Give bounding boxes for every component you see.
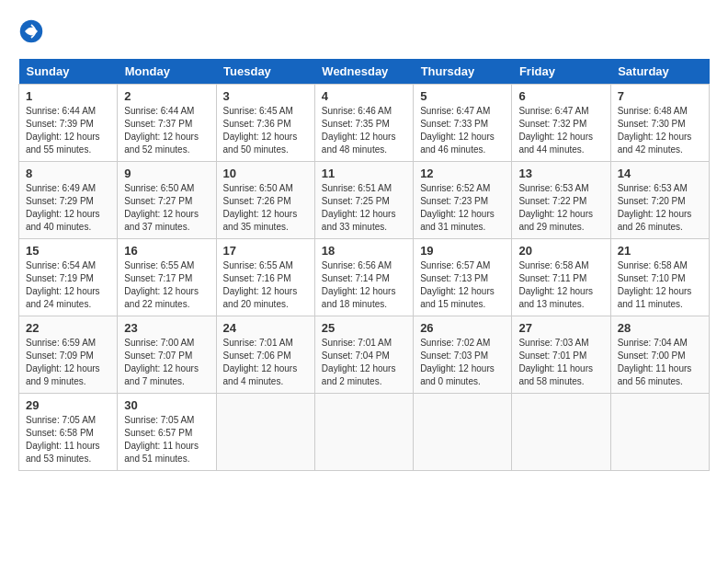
day-cell: 8 Sunrise: 6:49 AMSunset: 7:29 PMDayligh… xyxy=(19,162,118,239)
day-info: Sunrise: 7:00 AMSunset: 7:07 PMDaylight:… xyxy=(124,337,209,388)
day-cell: 16 Sunrise: 6:55 AMSunset: 7:17 PMDaylig… xyxy=(118,239,216,316)
day-cell xyxy=(610,394,709,471)
day-cell: 12 Sunrise: 6:52 AMSunset: 7:23 PMDaylig… xyxy=(414,162,512,239)
day-info: Sunrise: 7:04 AMSunset: 7:00 PMDaylight:… xyxy=(618,337,702,388)
day-cell: 14 Sunrise: 6:53 AMSunset: 7:20 PMDaylig… xyxy=(610,162,709,239)
day-info: Sunrise: 6:45 AMSunset: 7:36 PMDaylight:… xyxy=(223,105,308,156)
day-cell: 13 Sunrise: 6:53 AMSunset: 7:22 PMDaylig… xyxy=(512,162,610,239)
col-header-tuesday: Tuesday xyxy=(216,59,314,85)
day-cell: 28 Sunrise: 7:04 AMSunset: 7:00 PMDaylig… xyxy=(610,316,709,394)
day-number: 23 xyxy=(124,321,209,335)
day-info: Sunrise: 6:53 AMSunset: 7:22 PMDaylight:… xyxy=(518,182,603,234)
day-number: 26 xyxy=(420,321,505,335)
day-info: Sunrise: 7:03 AMSunset: 7:01 PMDaylight:… xyxy=(518,337,603,388)
day-number: 20 xyxy=(518,244,603,258)
day-number: 2 xyxy=(124,89,209,103)
day-cell: 5 Sunrise: 6:47 AMSunset: 7:33 PMDayligh… xyxy=(414,85,512,162)
day-cell: 27 Sunrise: 7:03 AMSunset: 7:01 PMDaylig… xyxy=(512,316,610,394)
day-cell: 15 Sunrise: 6:54 AMSunset: 7:19 PMDaylig… xyxy=(19,239,118,316)
day-cell: 21 Sunrise: 6:58 AMSunset: 7:10 PMDaylig… xyxy=(610,239,709,316)
day-info: Sunrise: 7:05 AMSunset: 6:58 PMDaylight:… xyxy=(26,414,110,465)
day-cell: 30 Sunrise: 7:05 AMSunset: 6:57 PMDaylig… xyxy=(118,394,216,471)
day-number: 1 xyxy=(26,89,110,103)
day-cell: 7 Sunrise: 6:48 AMSunset: 7:30 PMDayligh… xyxy=(610,85,709,162)
week-row-2: 8 Sunrise: 6:49 AMSunset: 7:29 PMDayligh… xyxy=(19,162,710,239)
day-info: Sunrise: 6:55 AMSunset: 7:17 PMDaylight:… xyxy=(124,259,209,311)
day-number: 13 xyxy=(518,167,603,180)
header-row: SundayMondayTuesdayWednesdayThursdayFrid… xyxy=(19,59,710,85)
col-header-sunday: Sunday xyxy=(19,59,118,85)
col-header-saturday: Saturday xyxy=(610,59,709,85)
day-info: Sunrise: 7:01 AMSunset: 7:06 PMDaylight:… xyxy=(223,337,308,388)
day-cell: 19 Sunrise: 6:57 AMSunset: 7:13 PMDaylig… xyxy=(414,239,512,316)
day-number: 28 xyxy=(618,321,702,335)
day-number: 4 xyxy=(322,89,406,103)
day-number: 12 xyxy=(420,167,505,180)
day-number: 18 xyxy=(322,244,406,258)
day-number: 8 xyxy=(26,167,110,180)
day-info: Sunrise: 6:44 AMSunset: 7:37 PMDaylight:… xyxy=(124,105,209,156)
logo xyxy=(18,18,48,44)
day-cell xyxy=(314,394,413,471)
day-cell: 26 Sunrise: 7:02 AMSunset: 7:03 PMDaylig… xyxy=(414,316,512,394)
day-cell: 6 Sunrise: 6:47 AMSunset: 7:32 PMDayligh… xyxy=(512,85,610,162)
day-info: Sunrise: 6:44 AMSunset: 7:39 PMDaylight:… xyxy=(26,105,110,156)
day-number: 25 xyxy=(322,321,406,335)
day-cell xyxy=(512,394,610,471)
day-info: Sunrise: 6:51 AMSunset: 7:25 PMDaylight:… xyxy=(322,182,406,234)
day-cell: 20 Sunrise: 6:58 AMSunset: 7:11 PMDaylig… xyxy=(512,239,610,316)
day-info: Sunrise: 7:01 AMSunset: 7:04 PMDaylight:… xyxy=(322,337,406,388)
col-header-thursday: Thursday xyxy=(414,59,512,85)
page-header xyxy=(18,18,710,44)
day-cell: 10 Sunrise: 6:50 AMSunset: 7:26 PMDaylig… xyxy=(216,162,314,239)
week-row-4: 22 Sunrise: 6:59 AMSunset: 7:09 PMDaylig… xyxy=(19,316,710,394)
day-info: Sunrise: 6:57 AMSunset: 7:13 PMDaylight:… xyxy=(420,259,505,311)
day-info: Sunrise: 6:48 AMSunset: 7:30 PMDaylight:… xyxy=(618,105,702,156)
day-cell xyxy=(414,394,512,471)
day-cell: 18 Sunrise: 6:56 AMSunset: 7:14 PMDaylig… xyxy=(314,239,413,316)
day-info: Sunrise: 6:49 AMSunset: 7:29 PMDaylight:… xyxy=(26,182,110,234)
week-row-3: 15 Sunrise: 6:54 AMSunset: 7:19 PMDaylig… xyxy=(19,239,710,316)
day-cell: 24 Sunrise: 7:01 AMSunset: 7:06 PMDaylig… xyxy=(216,316,314,394)
logo-icon xyxy=(18,18,44,44)
day-cell: 11 Sunrise: 6:51 AMSunset: 7:25 PMDaylig… xyxy=(314,162,413,239)
day-info: Sunrise: 6:58 AMSunset: 7:10 PMDaylight:… xyxy=(618,259,702,311)
day-cell: 23 Sunrise: 7:00 AMSunset: 7:07 PMDaylig… xyxy=(118,316,216,394)
day-number: 27 xyxy=(518,321,603,335)
day-number: 11 xyxy=(322,167,406,180)
day-number: 21 xyxy=(618,244,702,258)
day-number: 22 xyxy=(26,321,110,335)
day-number: 10 xyxy=(223,167,308,180)
day-info: Sunrise: 6:52 AMSunset: 7:23 PMDaylight:… xyxy=(420,182,505,234)
day-info: Sunrise: 7:05 AMSunset: 6:57 PMDaylight:… xyxy=(124,414,209,465)
col-header-wednesday: Wednesday xyxy=(314,59,413,85)
day-cell: 4 Sunrise: 6:46 AMSunset: 7:35 PMDayligh… xyxy=(314,85,413,162)
day-info: Sunrise: 6:56 AMSunset: 7:14 PMDaylight:… xyxy=(322,259,406,311)
day-info: Sunrise: 7:02 AMSunset: 7:03 PMDaylight:… xyxy=(420,337,505,388)
day-info: Sunrise: 6:46 AMSunset: 7:35 PMDaylight:… xyxy=(322,105,406,156)
day-cell: 17 Sunrise: 6:55 AMSunset: 7:16 PMDaylig… xyxy=(216,239,314,316)
day-cell xyxy=(216,394,314,471)
day-number: 7 xyxy=(618,89,702,103)
day-number: 14 xyxy=(618,167,702,180)
day-cell: 3 Sunrise: 6:45 AMSunset: 7:36 PMDayligh… xyxy=(216,85,314,162)
day-number: 29 xyxy=(26,398,110,412)
day-info: Sunrise: 6:47 AMSunset: 7:33 PMDaylight:… xyxy=(420,105,505,156)
day-cell: 29 Sunrise: 7:05 AMSunset: 6:58 PMDaylig… xyxy=(19,394,118,471)
day-number: 30 xyxy=(124,398,209,412)
day-cell: 2 Sunrise: 6:44 AMSunset: 7:37 PMDayligh… xyxy=(118,85,216,162)
day-info: Sunrise: 6:59 AMSunset: 7:09 PMDaylight:… xyxy=(26,337,110,388)
day-number: 17 xyxy=(223,244,308,258)
col-header-friday: Friday xyxy=(512,59,610,85)
col-header-monday: Monday xyxy=(118,59,216,85)
day-info: Sunrise: 6:58 AMSunset: 7:11 PMDaylight:… xyxy=(518,259,603,311)
day-number: 15 xyxy=(26,244,110,258)
week-row-5: 29 Sunrise: 7:05 AMSunset: 6:58 PMDaylig… xyxy=(19,394,710,471)
calendar-table: SundayMondayTuesdayWednesdayThursdayFrid… xyxy=(18,59,710,471)
day-cell: 9 Sunrise: 6:50 AMSunset: 7:27 PMDayligh… xyxy=(118,162,216,239)
day-info: Sunrise: 6:50 AMSunset: 7:27 PMDaylight:… xyxy=(124,182,209,234)
week-row-1: 1 Sunrise: 6:44 AMSunset: 7:39 PMDayligh… xyxy=(19,85,710,162)
day-number: 6 xyxy=(518,89,603,103)
day-cell: 1 Sunrise: 6:44 AMSunset: 7:39 PMDayligh… xyxy=(19,85,118,162)
day-cell: 22 Sunrise: 6:59 AMSunset: 7:09 PMDaylig… xyxy=(19,316,118,394)
